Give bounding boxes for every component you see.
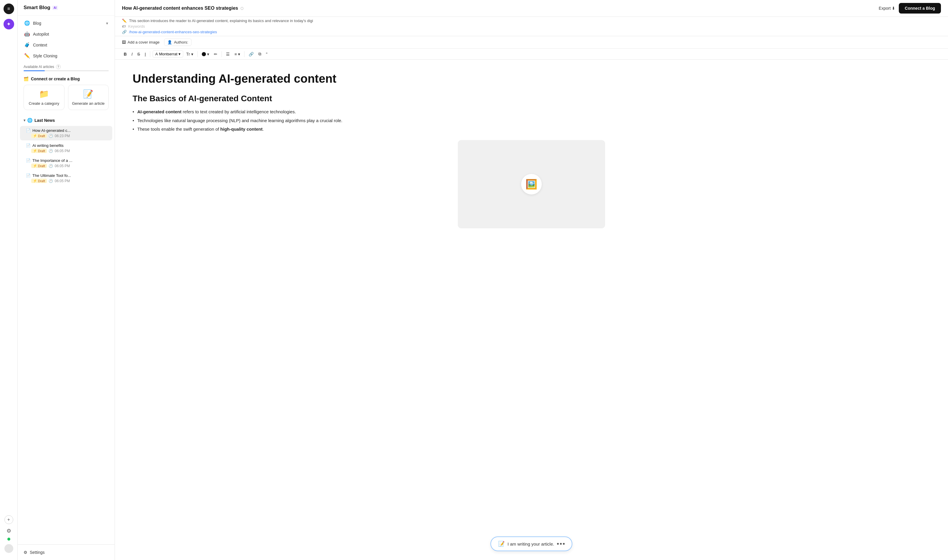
- edit-icon: ✏️: [122, 18, 127, 23]
- text-transform-button[interactable]: Tr ▾: [184, 51, 195, 58]
- color-button[interactable]: ▾: [200, 51, 211, 58]
- bullet-item: AI-generated content refers to text crea…: [133, 108, 930, 115]
- sidebar-title: Smart Blog AI: [23, 5, 58, 11]
- dot-2: [560, 543, 562, 545]
- clock-icon: 🕐: [49, 149, 53, 153]
- status-dot: [7, 538, 10, 541]
- person-icon: 👤: [167, 40, 172, 45]
- doc-icon: 📄: [26, 158, 31, 163]
- sidebar-item-autopilot[interactable]: 🤖 Autopilot: [21, 29, 111, 39]
- chevron-down-icon: ▾: [106, 21, 108, 26]
- generate-article-card[interactable]: 📝 Generate an article: [68, 85, 109, 110]
- underline-button[interactable]: I: [143, 51, 148, 58]
- article-bullets: AI-generated content refers to text crea…: [133, 108, 930, 133]
- topbar-actions: Export ⬇ Connect a Blog: [879, 3, 941, 14]
- draft-badge: ⚡ Draft: [31, 164, 47, 168]
- duplicate-button[interactable]: ⧉: [256, 50, 263, 58]
- bold-button[interactable]: B: [122, 51, 128, 58]
- list-button[interactable]: ☰: [224, 51, 232, 58]
- description-line: ✏️ This section introduces the reader to…: [122, 18, 941, 23]
- add-icon[interactable]: +: [5, 515, 13, 524]
- font-icon: A: [155, 52, 158, 56]
- sidebar-item-blog[interactable]: 🌐 Blog ▾: [21, 18, 111, 28]
- sidebar-item-context[interactable]: 🧳 Context: [21, 40, 111, 50]
- toolbar-divider: [150, 51, 150, 57]
- link-icon: 🔗: [122, 30, 127, 34]
- create-category-card[interactable]: 📁 Create a category: [23, 85, 65, 110]
- article-item[interactable]: 📄 Ai writing benefits ⚡ Draft 🕐 06:05 PM: [20, 141, 112, 155]
- article-item[interactable]: 📄 How AI-generated c... ⚡ Draft 🕐 06:23 …: [20, 126, 112, 140]
- writing-icon: 📝: [498, 541, 505, 547]
- editor-area[interactable]: Understanding AI-generated content The B…: [115, 60, 948, 560]
- help-icon[interactable]: ?: [56, 65, 61, 69]
- autopilot-icon: 🤖: [24, 31, 30, 37]
- lightning-icon: ⚡: [33, 134, 37, 138]
- connect-icon: 🗂️: [23, 77, 29, 81]
- connect-label: 🗂️ Connect or create a Blog: [23, 77, 109, 81]
- nav-icon-main[interactable]: ✦: [3, 19, 14, 29]
- article-heading-2: The Basics of AI-generated Content: [133, 94, 930, 103]
- image-placeholder: 🖼️: [458, 140, 605, 228]
- article-item[interactable]: 📄 The Ultimate Tool fo... ⚡ Draft 🕐 06:0…: [20, 171, 112, 185]
- context-icon: 🧳: [24, 42, 30, 48]
- topbar: How AI-generated content enhances SEO st…: [115, 0, 948, 17]
- sidebar-item-style-cloning[interactable]: ✏️ Style Cloning: [21, 51, 111, 61]
- generate-article-icon: 📝: [83, 89, 93, 99]
- writing-overlay: 📝 I am writing your article.: [491, 537, 573, 551]
- keywords-line: 🏷 Keywords: [122, 24, 941, 29]
- italic-button[interactable]: I: [130, 51, 134, 58]
- sidebar-footer: ⚙ Settings: [18, 545, 114, 560]
- dot-3: [563, 543, 565, 545]
- strikethrough-button[interactable]: S: [136, 51, 142, 58]
- draft-badge: ⚡ Draft: [31, 149, 47, 153]
- bullet-item: Technologies like natural language proce…: [133, 117, 930, 125]
- color-swatch: [202, 52, 206, 56]
- connect-blog-button[interactable]: Connect a Blog: [899, 3, 941, 14]
- chevron-down-icon: ▾: [179, 52, 181, 56]
- article-item[interactable]: 📄 The Importance of a ... ⚡ Draft 🕐 06:0…: [20, 156, 112, 171]
- clock-icon: 🕐: [49, 179, 53, 183]
- lightning-icon: ⚡: [33, 149, 37, 153]
- news-icon: 🌐: [27, 118, 33, 123]
- sidebar-header: Smart Blog AI: [18, 0, 114, 15]
- align-button[interactable]: ≡ ▾: [233, 51, 242, 58]
- app-logo: ≡: [3, 3, 14, 14]
- keywords-icon: 🏷: [122, 24, 126, 29]
- cover-authors-row: 🖼 Add a cover image 👤 Authors:: [115, 36, 948, 49]
- main-area: How AI-generated content enhances SEO st…: [115, 0, 948, 560]
- available-label: Available AI articles ?: [23, 65, 109, 69]
- doc-icon: 📄: [26, 173, 31, 178]
- create-category-icon: 📁: [39, 89, 49, 99]
- image-icon: 🖼: [122, 40, 126, 45]
- sidebar: Smart Blog AI 🌐 Blog ▾ 🤖 Autopilot 🧳 Con…: [18, 0, 115, 560]
- highlight-button[interactable]: ✏: [212, 51, 219, 58]
- available-bar-fill: [23, 70, 45, 71]
- last-news-header[interactable]: ▾ 🌐 Last News: [18, 115, 114, 125]
- clock-icon: 🕐: [49, 134, 53, 138]
- draft-badge: ⚡ Draft: [31, 134, 47, 138]
- meta-row: ✏️ This section introduces the reader to…: [115, 17, 948, 36]
- export-button[interactable]: Export ⬇: [879, 6, 895, 11]
- connect-section: 🗂️ Connect or create a Blog 📁 Create a c…: [18, 74, 114, 113]
- add-cover-button[interactable]: 🖼 Add a cover image: [122, 40, 159, 45]
- avatar[interactable]: [5, 544, 13, 553]
- draft-badge: ⚡ Draft: [31, 178, 47, 183]
- authors-button[interactable]: 👤 Authors:: [164, 38, 191, 46]
- font-selector[interactable]: A Montserrat ▾: [153, 50, 183, 58]
- link-button[interactable]: 🔗: [247, 51, 255, 58]
- page-title: How AI-generated content enhances SEO st…: [122, 6, 875, 11]
- gear-icon[interactable]: ⚙: [6, 528, 11, 534]
- ai-badge: AI: [52, 6, 58, 10]
- loading-dots: [557, 543, 565, 545]
- chevron-down-icon: ▾: [23, 118, 25, 122]
- available-bar: [23, 70, 109, 71]
- blog-icon: 🌐: [24, 20, 30, 26]
- quote-button[interactable]: ": [264, 51, 269, 58]
- dot-1: [557, 543, 559, 545]
- lightning-icon: ⚡: [33, 164, 37, 168]
- image-placeholder-icon: 🖼️: [521, 174, 542, 194]
- articles-section: ▾ 🌐 Last News 📄 How AI-generated c... ⚡ …: [18, 113, 114, 545]
- settings-link[interactable]: ⚙ Settings: [23, 548, 109, 557]
- editor-toolbar: B I S I A Montserrat ▾ Tr ▾ ▾ ✏ ☰ ≡ ▾ 🔗 …: [115, 49, 948, 60]
- article-heading-1: Understanding AI-generated content: [133, 71, 930, 86]
